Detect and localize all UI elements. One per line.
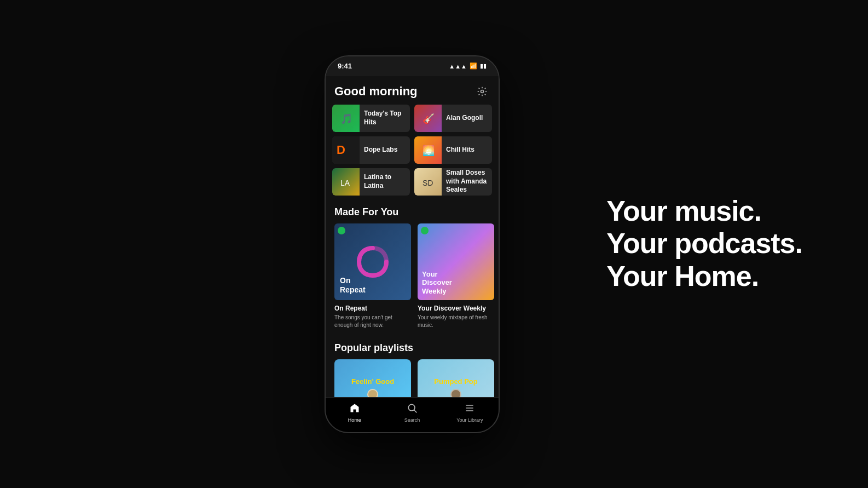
- spotify-badge: [338, 227, 345, 234]
- svg-text:LA: LA: [340, 179, 350, 187]
- nav-search[interactable]: Search: [383, 403, 441, 423]
- status-time: 9:41: [338, 62, 352, 70]
- scroll-area[interactable]: Good morning 🎵 Today's Top Hi: [326, 76, 499, 397]
- playlist-pumped-pop[interactable]: Pumped Pop: [418, 359, 494, 397]
- wifi-icon: 📶: [470, 62, 477, 70]
- library-icon: [464, 403, 475, 416]
- greeting-title: Good morning: [334, 84, 418, 99]
- card-art-on-repeat: OnRepeat: [334, 223, 411, 300]
- popular-playlists-header: Popular playlists: [326, 338, 499, 359]
- playlist-avatar-pumped: [450, 389, 461, 397]
- app-header: Good morning: [326, 76, 499, 105]
- tagline-line2: Your podcasts.: [606, 228, 802, 261]
- app-content: Good morning 🎵 Today's Top Hi: [326, 76, 499, 432]
- card-title-on-repeat: On Repeat: [334, 305, 411, 312]
- playlist-feelin-label: Feelin' Good: [351, 377, 394, 385]
- quick-label-small-doses: Small Doses with Amanda Seales: [446, 169, 492, 194]
- made-for-you-cards: OnRepeat On Repeat The songs you can't g…: [326, 223, 499, 338]
- svg-text:🌅: 🌅: [423, 145, 435, 157]
- quick-label-top-hits: Today's Top Hits: [364, 110, 410, 127]
- playlist-pumped-label: Pumped Pop: [434, 377, 477, 385]
- bottom-nav: Home Search: [326, 397, 499, 432]
- status-icons: ▲▲▲ 📶 ▮▮: [449, 62, 487, 70]
- card-discover-weekly[interactable]: YourDiscoverWeekly Your Discover Weekly …: [418, 223, 494, 329]
- nav-library-label: Your Library: [456, 417, 483, 423]
- tagline-line3: Your Home.: [606, 260, 802, 293]
- tagline-line1: Your music.: [606, 195, 802, 228]
- card-on-repeat[interactable]: OnRepeat On Repeat The songs you can't g…: [334, 223, 411, 329]
- svg-text:🎵: 🎵: [340, 113, 353, 125]
- svg-text:SD: SD: [423, 179, 433, 187]
- home-icon: [349, 403, 360, 416]
- svg-point-0: [481, 90, 484, 93]
- svg-text:🎸: 🎸: [423, 113, 435, 125]
- svg-text:D: D: [337, 143, 345, 157]
- quick-label-dope: Dope Labs: [364, 146, 410, 154]
- quick-label-alan: Alan Gogoll: [446, 114, 492, 123]
- playlist-feelin-good[interactable]: Feelin' Good: [334, 359, 411, 397]
- quick-item-chill[interactable]: 🌅 Chill Hits: [414, 136, 492, 164]
- nav-search-label: Search: [404, 417, 420, 423]
- quick-label-chill: Chill Hits: [446, 146, 492, 154]
- quick-item-small-doses[interactable]: SD Small Doses with Amanda Seales: [414, 168, 492, 196]
- scene: Your music. Your podcasts. Your Home. 9:…: [0, 0, 868, 488]
- quick-item-top-hits[interactable]: 🎵 Today's Top Hits: [332, 105, 410, 132]
- nav-home[interactable]: Home: [326, 403, 383, 423]
- signal-icon: ▲▲▲: [449, 63, 467, 70]
- card-subtitle-discover: Your weekly mixtape of fresh music.: [418, 314, 494, 329]
- card-subtitle-on-repeat: The songs you can't get enough of right …: [334, 314, 411, 329]
- quick-access-grid: 🎵 Today's Top Hits 🎸 Alan Gogoll: [326, 105, 499, 202]
- quick-label-latina: Latina to Latina: [364, 173, 410, 190]
- card-art-discover: YourDiscoverWeekly: [418, 223, 494, 300]
- nav-home-label: Home: [348, 417, 361, 423]
- settings-button[interactable]: [474, 84, 490, 99]
- quick-item-latina[interactable]: LA Latina to Latina: [332, 168, 410, 196]
- quick-item-dope[interactable]: D Dope Labs: [332, 136, 410, 164]
- made-for-you-header: Made For You: [326, 202, 499, 223]
- card-title-discover: Your Discover Weekly: [418, 305, 494, 312]
- status-bar: 9:41 ▲▲▲ 📶 ▮▮: [326, 56, 499, 76]
- popular-playlists-row: Feelin' Good Pumped Pop: [326, 359, 499, 397]
- spotify-badge-discover: [421, 227, 429, 234]
- tagline: Your music. Your podcasts. Your Home.: [606, 195, 802, 293]
- nav-library[interactable]: Your Library: [441, 403, 499, 423]
- quick-item-alan[interactable]: 🎸 Alan Gogoll: [414, 105, 492, 132]
- discover-card-label: YourDiscoverWeekly: [422, 270, 452, 296]
- battery-icon: ▮▮: [480, 62, 487, 70]
- svg-point-8: [408, 404, 415, 411]
- phone-shell: 9:41 ▲▲▲ 📶 ▮▮ Good morning: [325, 55, 500, 433]
- on-repeat-card-label: OnRepeat: [340, 276, 366, 295]
- playlist-avatar-feelin: [367, 389, 378, 397]
- search-icon: [407, 403, 418, 416]
- svg-line-9: [414, 410, 417, 412]
